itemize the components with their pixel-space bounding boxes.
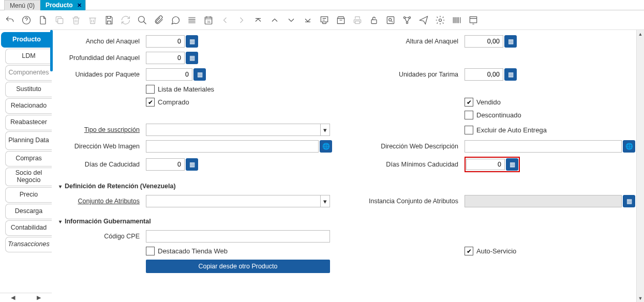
svg-rect-13 [470,17,476,23]
lbl-dir-desc: Dirección Web Descripción [367,143,460,150]
sidetab-relacionado[interactable]: Relacionado [5,98,52,114]
altura-anaquel-input[interactable] [465,35,503,48]
lbl-altura-anaquel: Altura del Anaquel [367,38,460,45]
chevron-down-icon[interactable]: ▾ [320,195,330,207]
sidetab-compras[interactable]: Compras [5,151,52,167]
destacado-web-checkbox[interactable] [146,247,155,255]
down-icon[interactable] [286,14,297,26]
close-icon[interactable]: ✕ [76,2,83,9]
lbl-destacado-web: Destacado Tienda Web [158,247,228,255]
vendido-checkbox[interactable] [465,98,473,107]
globe-icon[interactable]: 🌐 [623,140,635,153]
calendar-icon[interactable]: 31 [203,14,214,26]
dir-desc-input[interactable] [465,140,622,153]
calc-icon[interactable]: ▦ [186,158,198,171]
lock-icon[interactable] [368,14,380,26]
lbl-vendido: Vendido [476,98,501,106]
sidetab-ldm[interactable]: LDM [5,49,52,64]
barcode-icon[interactable] [451,14,462,26]
archive-icon[interactable] [335,14,347,26]
copiar-button[interactable]: Copiar desde otro Producto [146,260,330,273]
sidetab-producto[interactable]: Producto [1,32,52,48]
lista-materiales-checkbox[interactable] [146,85,155,94]
help-icon[interactable] [21,14,32,26]
calc-icon[interactable]: ▦ [623,195,635,207]
dias-cad-input[interactable] [146,158,185,171]
dir-img-input[interactable] [146,140,319,153]
lbl-excluir-auto: Excluir de Auto Entrega [476,126,547,134]
new-icon[interactable] [37,14,49,26]
comprado-checkbox[interactable] [146,98,155,107]
globe-icon[interactable]: 🌐 [320,140,332,153]
calc-icon[interactable]: ▦ [504,35,517,48]
ancho-anaquel-input[interactable] [146,35,185,48]
sidetab-precio[interactable]: Precio [5,187,52,203]
last-icon[interactable] [302,14,313,26]
lbl-dias-cad: Días de Caducidad [59,161,142,168]
sidetab-planning[interactable]: Planning Data [5,131,52,150]
tab-menu[interactable]: Menú (0) [4,0,40,10]
tipo-susc-select[interactable]: ▾ [146,124,330,136]
excluir-auto-checkbox[interactable] [465,126,473,134]
send-icon[interactable] [418,14,429,26]
tab-producto[interactable]: Producto ✕ [40,0,86,10]
delete-icon [70,14,82,26]
prof-anaquel-input[interactable] [146,52,185,64]
calc-icon[interactable]: ▦ [504,68,517,81]
lbl-descontinuado: Descontinuado [476,111,521,119]
report-icon[interactable] [319,14,330,26]
collapse-icon[interactable]: ▾ [59,184,62,189]
copy-icon [54,14,65,26]
scroll-down-icon[interactable]: ▼ [637,294,644,302]
lbl-lista-materiales: Lista de Materiales [158,85,214,93]
svg-point-2 [139,16,145,22]
vertical-scrollbar[interactable]: ▲ ▼ [636,30,644,302]
sidetab-contabilidad[interactable]: Contabilidad [5,220,52,236]
sidetab-sustituto[interactable]: Sustituto [5,82,52,97]
svg-point-9 [403,17,405,18]
save-icon[interactable] [103,14,115,26]
side-right-arrow[interactable]: ▶ [37,294,41,301]
scroll-up-icon[interactable]: ▲ [637,30,644,38]
gear-icon[interactable] [435,14,446,26]
svg-point-11 [406,22,408,23]
print-icon [352,14,363,26]
sidetab-componentes: Componentes [5,65,52,81]
calc-icon[interactable]: ▦ [186,35,198,48]
toolbar: 31 [0,10,644,30]
calc-icon[interactable]: ▦ [506,158,518,171]
up-icon[interactable] [269,14,280,26]
undo-icon[interactable] [4,14,16,26]
lbl-conjunto-attr[interactable]: Conjunto de Atributos [59,198,142,205]
unid-tarima-input[interactable] [465,68,503,81]
sidetab-reabastecer[interactable]: Reabastecer [5,115,52,130]
zoom-doc-icon[interactable] [385,14,396,26]
attachment-icon[interactable] [153,14,164,26]
first-icon[interactable] [252,14,264,26]
calc-icon[interactable]: ▦ [193,68,206,81]
chevron-down-icon[interactable]: ▾ [320,124,330,135]
dias-min-input[interactable] [466,159,505,170]
pos-icon[interactable] [468,14,479,26]
multi-view-icon[interactable] [186,14,198,26]
sidetab-socio[interactable]: Socio del Negocio [5,168,52,186]
conjunto-attr-select[interactable]: ▾ [146,195,330,207]
chat-icon[interactable] [170,14,181,26]
codigo-cpe-input[interactable] [146,230,330,243]
side-left-arrow[interactable]: ◀ [11,294,15,301]
prev-icon [219,14,231,26]
sidetab-descarga[interactable]: Descarga [5,204,52,219]
unid-paquete-input[interactable] [146,68,192,81]
collapse-icon[interactable]: ▾ [59,219,62,224]
workflow-icon[interactable] [401,14,413,26]
calc-icon[interactable]: ▦ [186,52,198,64]
sidetab-transacciones[interactable]: Transacciones [5,237,52,252]
tab-producto-label: Producto [46,2,73,9]
descontinuado-checkbox[interactable] [465,111,473,119]
search-icon[interactable] [137,14,148,26]
section-retencion: Definición de Retención (Venezuela) [65,183,176,190]
svg-point-10 [409,17,410,18]
lbl-tipo-susc[interactable]: Tipo de suscripción [59,126,142,133]
autoservicio-checkbox[interactable] [465,247,473,255]
svg-point-12 [439,19,442,21]
